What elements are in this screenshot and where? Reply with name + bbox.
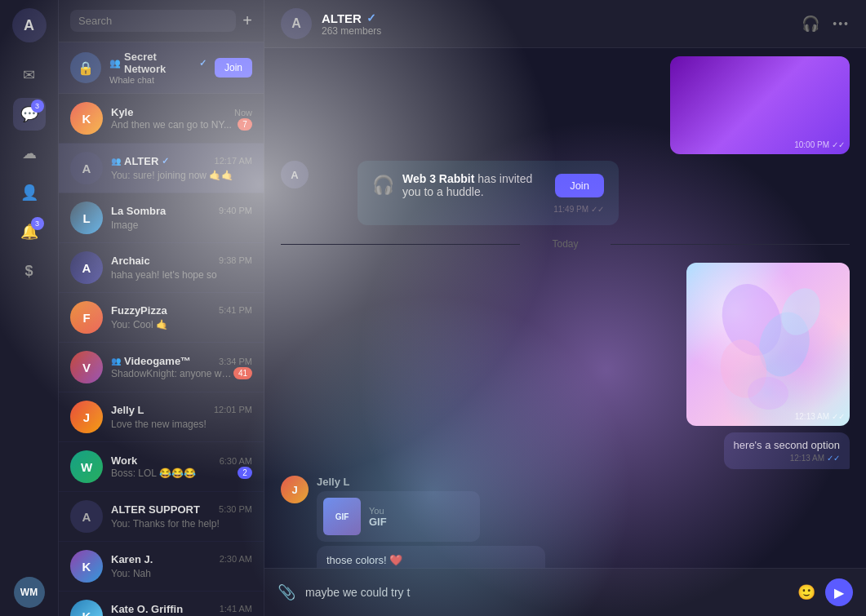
message-time: 12:13 AM ✓✓ [795, 412, 845, 421]
date-divider: Today [281, 238, 850, 250]
crystal-image-message: 12:13 AM ✓✓ [686, 263, 850, 426]
check-icon: ✓✓ [832, 412, 845, 421]
chat-main: A ALTER ✓ 263 members 🎧 ••• 10:00 PM ✓✓ [264, 0, 866, 616]
messages-area: 10:00 PM ✓✓ A 🎧 Web 3 Rabbit has invited… [264, 48, 866, 568]
image-message-right: 10:00 PM ✓✓ [670, 56, 850, 154]
